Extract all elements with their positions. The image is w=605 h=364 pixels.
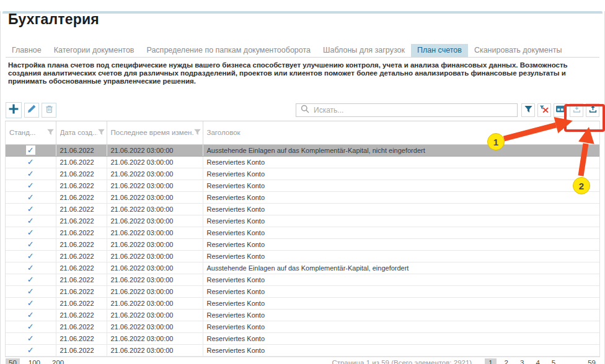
page-button-59[interactable]: 59: [584, 358, 599, 364]
standard-checkbox-cell[interactable]: ✓: [6, 180, 56, 191]
modified-datetime-cell: 21.06.2022 03:00:00: [107, 180, 203, 191]
title-cell: Reserviertes Konto: [203, 274, 599, 285]
modified-datetime-cell: 21.06.2022 03:00:00: [107, 262, 203, 274]
tab-0[interactable]: Главное: [6, 44, 48, 57]
accounting-app-window: Бухгалтерия ГлавноеКатегории документовР…: [0, 11, 605, 364]
edit-button[interactable]: [24, 103, 39, 118]
page-size-200[interactable]: 200: [49, 358, 67, 364]
standard-checkbox-cell[interactable]: ✓: [6, 156, 56, 168]
table-row[interactable]: ✓21.06.202221.06.2022 03:00:00Reserviert…: [6, 227, 599, 238]
table-row[interactable]: ✓21.06.202221.06.2022 03:00:00Reserviert…: [6, 250, 599, 262]
add-button[interactable]: [6, 102, 22, 118]
standard-checkbox-cell[interactable]: ✓: [6, 215, 56, 227]
table-row[interactable]: ✓21.06.202221.06.2022 03:00:00Reserviert…: [6, 285, 599, 297]
standard-checkbox-cell[interactable]: ✓: [6, 321, 56, 332]
standard-checkbox-cell[interactable]: ✓: [6, 285, 56, 297]
standard-checkbox-cell[interactable]: ✓: [6, 274, 56, 285]
standard-checkbox-cell[interactable]: ✓: [6, 168, 56, 180]
standard-checkbox-cell[interactable]: ✓: [6, 344, 56, 356]
title-cell: Reserviertes Konto: [203, 332, 599, 344]
delete-trash-icon: [45, 105, 54, 116]
column-header-title[interactable]: Заголовок: [203, 121, 599, 144]
standard-checkbox-cell[interactable]: ✓: [6, 332, 56, 344]
tab-4[interactable]: План счетов: [411, 44, 468, 57]
title-cell: Reserviertes Konto: [203, 191, 599, 203]
table-row[interactable]: ✓21.06.202221.06.2022 03:00:00Reserviert…: [6, 203, 599, 215]
title-cell: Reserviertes Konto: [203, 227, 599, 238]
title-cell: Ausstehende Einlagen auf das Komplementä…: [203, 144, 599, 156]
standard-checkbox-cell[interactable]: ✓: [6, 238, 56, 250]
table-row[interactable]: ✓21.06.202221.06.2022 03:00:00Reserviert…: [6, 321, 599, 332]
header-filter-icon[interactable]: [46, 128, 55, 137]
tab-5[interactable]: Сканировать документы: [468, 44, 568, 57]
standard-checkbox-cell[interactable]: ✓: [6, 309, 56, 321]
page-size-100[interactable]: 100: [25, 358, 43, 364]
table-row[interactable]: ✓21.06.202221.06.2022 03:00:00Reserviert…: [6, 215, 599, 227]
page-button-1[interactable]: 1: [485, 358, 496, 364]
standard-checkbox-cell[interactable]: ✓: [6, 297, 56, 309]
export-download-button[interactable]: [570, 103, 583, 117]
table-row[interactable]: ✓21.06.202221.06.2022 03:00:00Reserviert…: [6, 156, 599, 168]
page-size-50[interactable]: 50: [6, 358, 20, 364]
modified-datetime-cell: 21.06.2022 03:00:00: [107, 203, 203, 215]
clear-filter-button[interactable]: [537, 103, 551, 117]
created-date-cell: 21.06.2022: [56, 321, 107, 332]
modified-datetime-cell: 21.06.2022 03:00:00: [107, 238, 203, 250]
standard-checkbox-cell[interactable]: ✓: [6, 227, 56, 238]
filter-builder-button[interactable]: [521, 103, 535, 117]
table-row[interactable]: ✓21.06.202221.06.2022 03:00:00Reserviert…: [6, 168, 599, 180]
table-row[interactable]: ✓21.06.202221.06.2022 03:00:00Reserviert…: [6, 238, 599, 250]
column-header-standard[interactable]: Станд...: [6, 121, 56, 144]
modified-datetime-cell: 21.06.2022 03:00:00: [107, 156, 203, 168]
created-date-cell: 21.06.2022: [56, 297, 107, 309]
title-cell: Reserviertes Konto: [203, 344, 599, 356]
tab-1[interactable]: Категории документов: [48, 44, 141, 57]
standard-checkbox-cell[interactable]: ✓: [6, 191, 56, 203]
window-top-strip: [2, 11, 603, 14]
checkmark-icon: ✓: [27, 157, 34, 167]
table-row[interactable]: ✓21.06.202221.06.2022 03:00:00Reserviert…: [6, 180, 599, 191]
title-cell: Reserviertes Konto: [203, 321, 599, 332]
column-header-modified[interactable]: Последнее время измен...: [107, 121, 203, 144]
table-row[interactable]: ✓21.06.202221.06.2022 03:00:00Reserviert…: [6, 191, 599, 203]
table-row[interactable]: ✓21.06.202221.06.2022 03:00:00Reserviert…: [6, 309, 599, 321]
table-row[interactable]: ✓21.06.202221.06.2022 03:00:00Reserviert…: [6, 274, 599, 285]
header-filter-icon[interactable]: [97, 128, 105, 137]
standard-checkbox-cell[interactable]: ✓: [6, 203, 56, 215]
table-row[interactable]: ✓21.06.202221.06.2022 03:00:00Reserviert…: [6, 344, 599, 356]
title-cell: Reserviertes Konto: [203, 250, 599, 262]
checkmark-icon: ✓: [27, 298, 34, 308]
tab-3[interactable]: Шаблоны для загрузок: [317, 44, 411, 57]
checkmark-icon: ✓: [27, 275, 34, 284]
column-chooser-button[interactable]: [554, 103, 567, 117]
table-row[interactable]: ✓21.06.202221.06.2022 03:00:00Ausstehend…: [6, 144, 599, 156]
table-row[interactable]: ✓21.06.202221.06.2022 03:00:00Reserviert…: [6, 297, 599, 309]
created-date-cell: 21.06.2022: [56, 180, 107, 191]
checkmark-icon: ✓: [27, 228, 34, 237]
grid-header-row: Станд... Дата созд... Последнее время из…: [6, 121, 599, 144]
column-header-created[interactable]: Дата созд...: [56, 121, 107, 144]
import-upload-button[interactable]: [586, 103, 599, 117]
search-input[interactable]: [314, 106, 517, 115]
delete-button[interactable]: [42, 103, 56, 118]
edit-pencil-icon: [27, 104, 37, 116]
tab-2[interactable]: Распределение по папкам документооборота: [140, 44, 317, 57]
modified-datetime-cell: 21.06.2022 03:00:00: [107, 250, 203, 262]
grid-toolbar: [6, 102, 599, 118]
page-button-3[interactable]: 3: [516, 358, 528, 364]
search-box: [296, 103, 518, 117]
modified-datetime-cell: 21.06.2022 03:00:00: [107, 215, 203, 227]
created-date-cell: 21.06.2022: [56, 191, 107, 203]
page-button-4[interactable]: 4: [532, 358, 543, 364]
table-row[interactable]: ✓21.06.202221.06.2022 03:00:00Ausstehend…: [6, 262, 599, 274]
header-filter-icon[interactable]: [193, 128, 201, 137]
modified-datetime-cell: 21.06.2022 03:00:00: [107, 144, 203, 156]
filter-funnel-icon: [524, 105, 533, 116]
standard-checkbox-cell[interactable]: ✓: [6, 262, 56, 274]
standard-checkbox-cell[interactable]: ✓: [6, 144, 56, 156]
page-button-2[interactable]: 2: [501, 358, 512, 364]
created-date-cell: 21.06.2022: [56, 344, 107, 356]
page-button-5[interactable]: 5: [548, 358, 559, 364]
standard-checkbox-cell[interactable]: ✓: [6, 250, 56, 262]
table-row[interactable]: ✓21.06.202221.06.2022 03:00:00Reserviert…: [6, 332, 599, 344]
